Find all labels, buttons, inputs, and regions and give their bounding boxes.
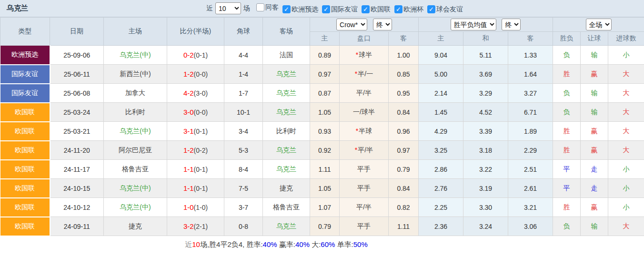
eu-home-odds: 3.25 (419, 141, 463, 160)
subheader-wdl: 胜负 (553, 32, 581, 46)
filter-label: 同客 (265, 3, 279, 12)
competition-type: 欧国联 (0, 103, 50, 122)
checked-checkbox-icon[interactable]: ✓ (362, 5, 370, 13)
match-table-body: 欧洲预选25-09-06乌克兰(中)0-2(0-1)4-4法国0.89*球半1.… (0, 46, 644, 236)
ah-line: 平/半 (340, 84, 389, 103)
europe-odds-group-header: 胜平负均值 终 (419, 18, 553, 32)
subheader-eu-away: 客 (508, 32, 553, 46)
eu-home-odds: 1.45 (419, 103, 463, 122)
ah-home-odds: 0.92 (310, 141, 340, 160)
result-handicap: 输 (581, 103, 608, 122)
filter-club-friendly[interactable]: ✓球会友谊 (427, 5, 463, 14)
score: 1-2(0-2) (167, 141, 224, 160)
filter-euro-qualifiers[interactable]: ✓欧洲预选 (282, 5, 318, 14)
match-row: 欧国联25-03-24比利时3-0(0-0)10-1乌克兰1.05一/球半0.8… (0, 103, 644, 122)
filter-label: 欧洲杯 (403, 5, 423, 14)
score: 3-0(0-0) (167, 103, 224, 122)
ah-line: 一/球半 (340, 103, 389, 122)
away-team: 乌克兰 (263, 217, 310, 236)
corners: 5-3 (224, 141, 263, 160)
corners: 7-5 (224, 179, 263, 198)
result-handicap: 输 (581, 84, 608, 103)
home-team: 加拿大 (104, 84, 167, 103)
recent-count-select[interactable]: 10 (215, 2, 241, 14)
competition-type: 欧国联 (0, 198, 50, 217)
match-row: 欧国联24-11-17格鲁吉亚1-1(0-1)8-4乌克兰1.11平手0.792… (0, 160, 644, 179)
header-type: 类型 (0, 18, 50, 46)
filter-intl-friendly[interactable]: ✓国际友谊 (322, 5, 358, 14)
ah-home-odds: 1.05 (310, 103, 340, 122)
corners: 3-4 (224, 122, 263, 141)
filter-same-away[interactable]: 同客 (256, 3, 279, 12)
result-wdl: 负 (553, 46, 581, 65)
match-date: 24-09-11 (50, 217, 104, 236)
ah-away-odds: 0.95 (389, 84, 419, 103)
corners: 10-1 (224, 103, 263, 122)
europe-time-select[interactable]: 终 (502, 19, 521, 30)
eu-away-odds: 1.33 (508, 46, 553, 65)
result-wdl: 负 (553, 84, 581, 103)
match-date: 25-06-11 (50, 65, 104, 84)
match-date: 25-03-24 (50, 103, 104, 122)
eu-home-odds: 2.14 (419, 84, 463, 103)
ah-home-odds: 0.89 (310, 46, 340, 65)
eu-home-odds: 5.00 (419, 65, 463, 84)
checked-checkbox-icon[interactable]: ✓ (394, 5, 402, 13)
score: 1-0(1-0) (167, 198, 224, 217)
filter-euro-cup[interactable]: ✓欧洲杯 (394, 5, 423, 14)
score: 0-2(0-1) (167, 46, 224, 65)
result-handicap: 赢 (581, 198, 608, 217)
unchecked-checkbox-icon[interactable] (256, 3, 264, 11)
corners: 8-4 (224, 160, 263, 179)
result-wdl: 负 (553, 217, 581, 236)
home-team: 乌克兰(中) (104, 122, 167, 141)
result-handicap: 赢 (581, 141, 608, 160)
europe-metric-select[interactable]: 胜平负均值 (451, 19, 496, 30)
handicap-group-header: Crow* 终 (310, 18, 419, 32)
ah-line: 平手 (340, 179, 389, 198)
bookmaker-select[interactable]: Crow* (336, 19, 367, 30)
eu-away-odds: 2.51 (508, 160, 553, 179)
result-wdl: 胜 (553, 141, 581, 160)
result-wdl: 胜 (553, 65, 581, 84)
summary-segment: 40% (295, 240, 310, 248)
ah-line: 平手 (340, 217, 389, 236)
match-date: 25-03-21 (50, 122, 104, 141)
away-team: 捷克 (263, 179, 310, 198)
ah-line: 平手 (340, 160, 389, 179)
result-goals: 小 (608, 198, 644, 217)
checked-checkbox-icon[interactable]: ✓ (322, 5, 330, 13)
matches-label: 场 (243, 4, 250, 13)
page-title: 乌克兰 (7, 4, 28, 13)
header-date: 日期 (50, 18, 104, 46)
eu-home-odds: 9.04 (419, 46, 463, 65)
ah-home-odds: 0.79 (310, 217, 340, 236)
recent-label: 近 (206, 4, 213, 13)
eu-draw-odds: 5.11 (463, 46, 508, 65)
eu-draw-odds: 3.19 (463, 179, 508, 198)
away-team: 格鲁吉亚 (263, 198, 310, 217)
home-team: 乌克兰(中) (104, 198, 167, 217)
score: 1-2(0-0) (167, 65, 224, 84)
score: 3-2(2-1) (167, 217, 224, 236)
scope-select[interactable]: 全场 (586, 19, 612, 30)
result-goals: 大 (608, 122, 644, 141)
result-handicap: 走 (581, 160, 608, 179)
away-team: 法国 (263, 46, 310, 65)
ah-home-odds: 0.93 (310, 122, 340, 141)
ah-line: *半/一 (340, 65, 389, 84)
ah-away-odds: 0.82 (389, 198, 419, 217)
ah-line: 平/半 (340, 198, 389, 217)
filter-nations-league[interactable]: ✓欧国联 (362, 5, 391, 14)
ah-away-odds: 0.85 (389, 65, 419, 84)
competition-type: 欧洲预选 (0, 46, 50, 65)
ah-time-select[interactable]: 终 (373, 19, 392, 30)
ah-away-odds: 0.79 (389, 160, 419, 179)
away-team: 乌克兰 (263, 84, 310, 103)
ah-away-odds: 0.96 (389, 122, 419, 141)
checked-checkbox-icon[interactable]: ✓ (427, 5, 435, 13)
home-team: 乌克兰(中) (104, 179, 167, 198)
home-team: 阿尔巴尼亚 (104, 141, 167, 160)
checked-checkbox-icon[interactable]: ✓ (282, 5, 291, 13)
result-handicap: 赢 (581, 65, 608, 84)
